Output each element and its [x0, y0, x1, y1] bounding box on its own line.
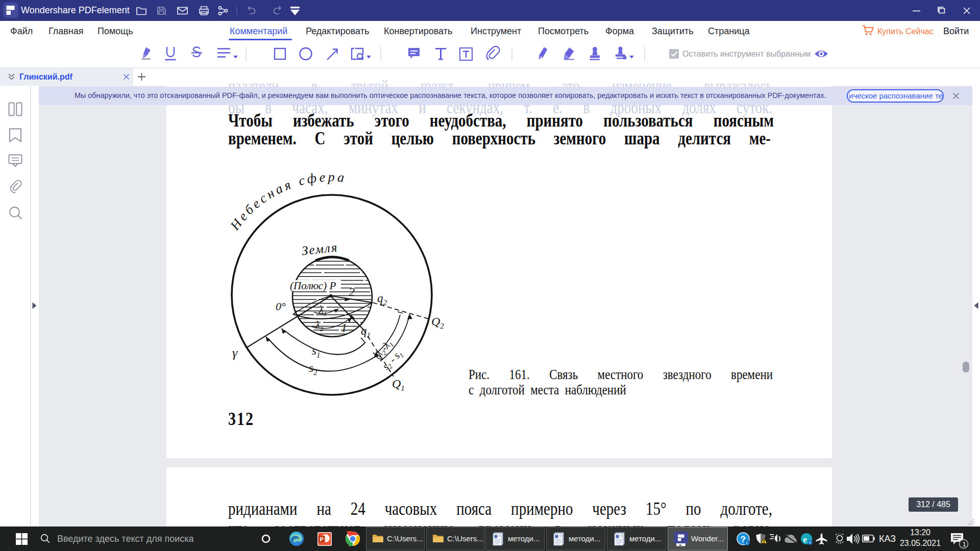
svg-text:s1: s1 [312, 344, 320, 359]
svg-text:0°: 0° [276, 300, 286, 313]
svg-text:(Полюс) Р: (Полюс) Р [290, 280, 336, 292]
svg-text:γ: γ [232, 345, 238, 360]
svg-text:Q2: Q2 [431, 315, 444, 330]
svg-text:1: 1 [341, 321, 347, 334]
svg-text:λ2: λ2 [315, 319, 324, 333]
svg-text:λ1: λ1 [318, 304, 327, 317]
svg-text:e: e [803, 535, 807, 544]
svg-text:i: i [810, 540, 811, 545]
svg-text:q2: q2 [377, 292, 387, 307]
svg-text:s2: s2 [309, 362, 317, 377]
svg-text:2: 2 [349, 285, 355, 298]
svg-text:Земля: Земля [301, 240, 339, 258]
svg-text:P: P [320, 536, 324, 542]
svg-text:Q1: Q1 [392, 377, 405, 392]
svg-text:w: w [679, 543, 682, 546]
svg-text:i: i [746, 541, 747, 545]
svg-text:q1: q1 [361, 324, 371, 339]
svg-text:1: 1 [963, 540, 966, 548]
svg-text:Небесная сфера: Небесная сфера [227, 171, 348, 233]
